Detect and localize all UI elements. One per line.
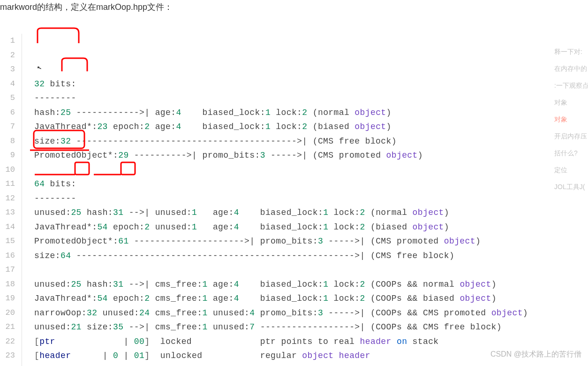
code-token: 2: [360, 208, 365, 217]
code-token: --------: [34, 93, 76, 103]
code-token: ]: [144, 351, 150, 360]
code-token: --------: [34, 194, 76, 203]
code-token: [34, 165, 39, 175]
line-number: 5: [2, 91, 15, 106]
code-line: 64 bits:: [34, 177, 528, 191]
code-token: hash:: [82, 280, 113, 289]
code-token: object: [302, 351, 333, 360]
code-token: (biased: [365, 222, 413, 232]
code-token: bits:: [45, 79, 76, 89]
code-token: epoch:: [108, 222, 144, 232]
line-number: 17: [2, 263, 15, 277]
line-number: 9: [2, 148, 15, 163]
code-token: 1: [202, 280, 207, 289]
code-token: -->| cms_free:: [123, 280, 202, 289]
line-number: 23: [2, 349, 15, 363]
code-token: stack: [407, 337, 438, 346]
code-token: 1: [192, 208, 197, 217]
line-number: 15: [2, 234, 15, 249]
code-token: object: [413, 222, 444, 232]
line-number: 18: [2, 277, 15, 292]
code-token: unused:: [150, 222, 192, 232]
code-token: epoch:: [108, 122, 144, 131]
line-number: 1: [2, 34, 15, 48]
code-token: age:: [150, 122, 176, 131]
code-token: (COOPs && normal: [365, 280, 460, 289]
code-line: --------: [34, 91, 528, 106]
code-token: header: [360, 337, 392, 346]
code-line: unused:25 hash:31 -->| unused:1 age:4 bi…: [34, 206, 528, 220]
code-line: JavaThread*:54 epoch:2 cms_free:1 age:4 …: [34, 291, 528, 306]
sidebar-item: 对象: [554, 94, 588, 111]
code-token: 54: [97, 294, 107, 303]
code-token: ptr: [39, 337, 55, 346]
code-line: PromotedObject*:61 ---------------------…: [34, 234, 528, 249]
sidebar-item: 定位: [554, 161, 588, 178]
code-token: 2: [144, 122, 150, 131]
code-token: lock:: [328, 222, 360, 232]
line-number: 14: [2, 220, 15, 235]
line-number: 2: [2, 48, 15, 63]
code-token: ): [386, 122, 392, 131]
code-token: 3: [318, 308, 323, 318]
line-number: 22: [2, 335, 15, 349]
code-token: 61: [118, 236, 128, 246]
code-token: unlocked regular: [150, 351, 302, 360]
code-token: (normal: [308, 108, 355, 117]
code-token: ----------------------------------------…: [71, 137, 397, 146]
code-token: 1: [323, 222, 328, 232]
code-token: ): [444, 208, 449, 217]
right-sidebar: 释一下对:在内存中的:一下观察点对象对象开启内存压括什么?定位JOL工具J(: [554, 43, 588, 195]
code-content: ↖ 32 bits:--------hash:25 ------------>|…: [22, 34, 528, 366]
intro-text: markword的结构，定义在markOop.hpp文件：: [0, 0, 173, 15]
code-token: unused:: [34, 208, 71, 217]
code-token: 2: [360, 280, 365, 289]
code-token: lock:: [328, 294, 360, 303]
code-token: ): [386, 108, 392, 117]
line-number: 19: [2, 291, 15, 306]
code-token: JavaThread*:: [34, 122, 97, 131]
code-token: locked ptr points to real: [150, 337, 360, 346]
code-token: ------------>| age:: [71, 108, 176, 117]
code-token: 1: [192, 222, 197, 232]
code-token: hash:: [82, 208, 113, 217]
code-token: hash:: [34, 108, 60, 117]
code-token: 32: [60, 137, 71, 146]
line-number: 7: [2, 120, 15, 134]
code-token: ----------------------------------------…: [71, 251, 454, 260]
code-token: object: [444, 236, 475, 246]
code-token: size:: [82, 322, 113, 332]
code-line: unused:21 size:35 -->| cms_free:1 unused…: [34, 320, 528, 335]
code-token: 4: [234, 208, 239, 217]
code-token: lock:: [328, 208, 360, 217]
code-token: object: [460, 280, 491, 289]
code-token: 4: [234, 280, 239, 289]
code-token: 31: [113, 208, 123, 217]
code-token: 2: [302, 108, 307, 117]
line-number: 13: [2, 206, 15, 220]
code-token: 25: [71, 280, 81, 289]
code-token: 1: [265, 122, 271, 131]
line-number: 16: [2, 249, 15, 263]
code-token: on: [397, 337, 407, 346]
code-token: unused:: [208, 322, 250, 332]
code-token: biased_lock:: [181, 122, 265, 131]
code-token: unused:: [34, 322, 71, 332]
code-token: ): [475, 236, 481, 246]
code-token: [: [34, 351, 39, 360]
code-token: 2: [144, 294, 150, 303]
code-line: size:32 --------------------------------…: [34, 134, 528, 149]
sidebar-item: JOL工具J(: [554, 178, 588, 195]
code-token: 1: [323, 280, 328, 289]
code-token: ---------->| promo_bits:: [129, 151, 260, 160]
line-number: 21: [2, 320, 15, 335]
code-token: unused:: [97, 308, 139, 318]
code-token: promo_bits:: [255, 308, 318, 318]
code-token: 01: [134, 351, 144, 360]
code-token: ): [523, 308, 528, 318]
code-token: ): [491, 280, 497, 289]
page: markword的结构，定义在markOop.hpp文件： 1234567891…: [0, 0, 588, 366]
code-token: 32: [34, 79, 45, 89]
code-token: (COOPs && biased: [365, 294, 460, 303]
code-token: biased_lock:: [239, 208, 323, 217]
